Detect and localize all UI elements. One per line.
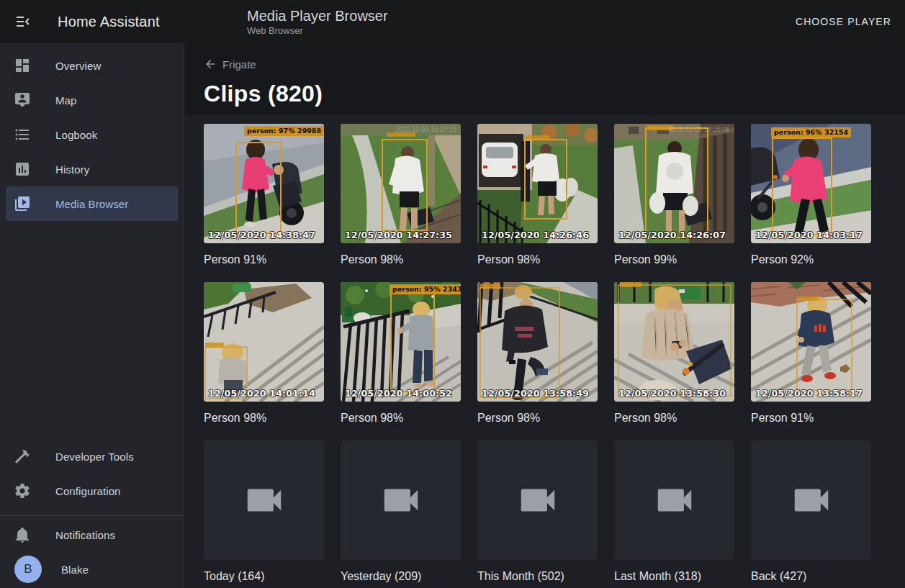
bell-icon [14, 526, 31, 543]
detection-label: person: 95% 23432 [390, 284, 461, 294]
folder-card-today[interactable]: Today (164) [204, 440, 324, 583]
sidebar-header: Home Assistant [0, 13, 184, 30]
clip-scene-image [751, 124, 871, 243]
clip-timestamp: 12/05/2020 13:58:49 [482, 388, 589, 399]
clip-thumbnail: person: 96% 32154 12/05/2020 14:03:17 [751, 124, 871, 243]
media-browser-header: Frigate Clips (820) [184, 43, 905, 115]
video-icon [515, 478, 560, 523]
clip-timestamp: 12/05/2020 13:58:30 [618, 388, 726, 399]
folder-card-last-month[interactable]: Last Month (318) [614, 440, 734, 583]
breadcrumb-back[interactable]: Frigate [204, 58, 256, 71]
sidebar-item-notifications[interactable]: Notifications [6, 517, 178, 552]
media-grid-area: person: 97% 29988 12/05/2020 14:38:47 Pe… [184, 115, 905, 588]
video-icon [242, 478, 287, 523]
gear-icon [14, 482, 31, 499]
camera-osd-text: 2020-12-05 16:26:06 [669, 127, 730, 133]
clip-thumbnail: 12/05/2020 13:58:30 [614, 282, 734, 402]
clip-card[interactable]: 2020-12-05 16:26:06 12/05/2020 14:26:07 … [614, 124, 734, 266]
clip-card[interactable]: 12/05/2020 13:58:17 Person 91% [751, 282, 871, 425]
clips-grid: person: 97% 29988 12/05/2020 14:38:47 Pe… [184, 115, 905, 583]
clip-caption: Person 92% [751, 253, 871, 266]
folder-caption: Back (427) [751, 569, 871, 583]
sidebar-divider [0, 515, 184, 516]
video-icon [652, 478, 697, 523]
clip-thumbnail: 12/05/2020 13:58:49 [477, 282, 598, 402]
clip-caption: Person 98% [341, 411, 461, 425]
list-icon [14, 126, 31, 143]
clip-thumbnail: 12/05/2020 13:58:17 [751, 282, 871, 402]
arrow-left-icon [204, 58, 217, 71]
folder-thumbnail [477, 440, 598, 560]
sidebar-item-user[interactable]: B Blake [6, 552, 178, 587]
clip-card[interactable]: person: 96% 32154 12/05/2020 14:03:17 Pe… [751, 124, 871, 266]
chart-box-icon [14, 160, 31, 178]
home-assistant-app: Home Assistant Media Player Browser Web … [0, 0, 905, 588]
clip-scene-image [341, 124, 461, 243]
clip-card[interactable]: 12/05/2020 13:58:30 Person 98% [614, 282, 734, 425]
clip-caption: Person 99% [614, 253, 734, 266]
video-icon [789, 478, 834, 523]
detection-label: person: 97% 29988 [244, 126, 324, 136]
camera-osd-text: 2020-12-05 16:27:35 [395, 127, 456, 133]
menu-open-icon[interactable] [14, 13, 32, 30]
breadcrumb-label: Frigate [222, 58, 256, 71]
folder-caption: Today (164) [204, 569, 324, 583]
clip-timestamp: 12/05/2020 14:27:35 [345, 230, 452, 240]
sidebar-item-developer-tools[interactable]: Developer Tools [6, 439, 178, 474]
choose-player-button[interactable]: CHOOSE PLAYER [786, 9, 901, 35]
folder-thumbnail [204, 440, 324, 560]
clip-scene-image [204, 124, 324, 243]
clip-caption: Person 98% [614, 411, 734, 425]
folder-thumbnail [614, 440, 734, 560]
folder-card-this-month[interactable]: This Month (502) [477, 440, 598, 583]
folder-caption: Yesterday (209) [341, 569, 461, 583]
clip-scene-image [477, 282, 598, 402]
sidebar-item-overview[interactable]: Overview [6, 48, 178, 83]
clip-card[interactable]: 12/05/2020 14:26:46 Person 98% [477, 124, 598, 266]
folder-card-yesterday[interactable]: Yesterday (209) [341, 440, 461, 583]
folder-caption: Last Month (318) [614, 569, 734, 583]
account-tooltip-icon [14, 91, 31, 109]
clip-caption: Person 98% [204, 411, 324, 425]
hammer-icon [14, 448, 31, 465]
clip-card[interactable]: 12/05/2020 14:01:14 Person 98% [204, 282, 324, 425]
clip-scene-image [751, 282, 871, 402]
clip-scene-image [204, 282, 324, 402]
folder-thumbnail [341, 440, 461, 560]
clip-card[interactable]: person: 97% 29988 12/05/2020 14:38:47 Pe… [204, 124, 324, 266]
sidebar-item-media-browser[interactable]: Media Browser [6, 186, 178, 221]
clip-thumbnail: 12/05/2020 14:01:14 [204, 282, 324, 402]
folder-card-back[interactable]: Back (427) [751, 440, 871, 583]
video-icon [379, 478, 423, 523]
clip-card[interactable]: person: 95% 23432 12/05/2020 14:00:52 Pe… [341, 282, 461, 425]
clip-card[interactable]: 12/05/2020 13:58:49 Person 98% [477, 282, 598, 425]
panel-title: Media Player Browser [247, 7, 388, 24]
clip-caption: Person 91% [204, 253, 324, 266]
sidebar-item-map[interactable]: Map [6, 83, 178, 117]
clip-thumbnail: 12/05/2020 14:26:46 [477, 124, 598, 243]
clip-thumbnail: person: 97% 29988 12/05/2020 14:38:47 [204, 124, 324, 243]
clip-scene-image [614, 282, 734, 402]
clip-timestamp: 12/05/2020 14:03:17 [755, 230, 863, 240]
clip-caption: Person 91% [751, 411, 871, 425]
sidebar-item-history[interactable]: History [6, 152, 178, 186]
folder-thumbnail [751, 440, 871, 560]
clip-caption: Person 98% [477, 253, 598, 266]
sidebar-item-configuration[interactable]: Configuration [6, 474, 178, 508]
app-header: Home Assistant Media Player Browser Web … [0, 0, 905, 43]
folder-caption: This Month (502) [477, 569, 598, 583]
avatar: B [14, 556, 42, 583]
clip-thumbnail: 2020-12-05 16:26:06 12/05/2020 14:26:07 [614, 124, 734, 243]
play-box-multiple-icon [14, 195, 31, 212]
clip-card[interactable]: 2020-12-05 16:27:35 12/05/2020 14:27:35 … [341, 124, 461, 266]
clip-timestamp: 12/05/2020 14:38:47 [208, 230, 315, 240]
clip-timestamp: 12/05/2020 14:26:07 [618, 230, 726, 240]
dashboard-icon [14, 57, 31, 74]
clip-scene-image [614, 124, 734, 243]
clip-scene-image [341, 282, 461, 402]
clip-timestamp: 12/05/2020 14:26:46 [482, 230, 589, 240]
clip-timestamp: 12/05/2020 13:58:17 [755, 388, 863, 399]
clip-timestamp: 12/05/2020 14:01:14 [208, 388, 315, 399]
clip-thumbnail: person: 95% 23432 12/05/2020 14:00:52 [341, 282, 461, 402]
sidebar-item-logbook[interactable]: Logbook [6, 117, 178, 152]
